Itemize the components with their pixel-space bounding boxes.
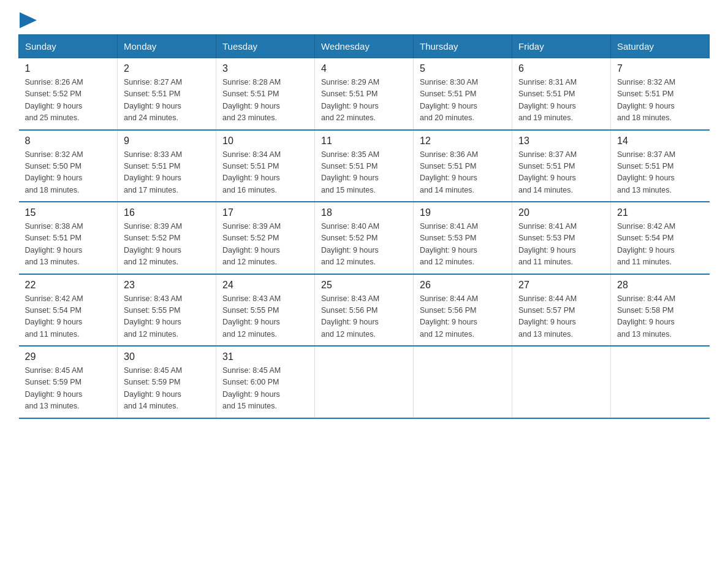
day-info: Sunrise: 8:45 AM Sunset: 5:59 PM Dayligh…: [124, 365, 210, 413]
header-sunday: Sunday: [19, 35, 118, 58]
logo: [18, 12, 37, 26]
day-number: 7: [617, 63, 703, 74]
logo-flag-icon: [20, 12, 37, 28]
day-number: 20: [518, 207, 604, 218]
calendar-cell: 21 Sunrise: 8:42 AM Sunset: 5:54 PM Dayl…: [611, 202, 710, 274]
day-number: 24: [222, 280, 308, 291]
day-number: 21: [617, 207, 703, 218]
day-number: 10: [222, 136, 308, 147]
calendar-cell: 1 Sunrise: 8:26 AM Sunset: 5:52 PM Dayli…: [19, 58, 118, 130]
calendar-cell: 16 Sunrise: 8:39 AM Sunset: 5:52 PM Dayl…: [118, 202, 216, 274]
day-number: 16: [124, 207, 210, 218]
day-info: Sunrise: 8:42 AM Sunset: 5:54 PM Dayligh…: [25, 293, 112, 341]
day-info: Sunrise: 8:44 AM Sunset: 5:57 PM Dayligh…: [518, 293, 604, 341]
day-info: Sunrise: 8:45 AM Sunset: 6:00 PM Dayligh…: [222, 365, 308, 413]
day-info: Sunrise: 8:45 AM Sunset: 5:59 PM Dayligh…: [25, 365, 112, 413]
calendar-week-row: 8 Sunrise: 8:32 AM Sunset: 5:50 PM Dayli…: [19, 130, 710, 202]
calendar-week-row: 15 Sunrise: 8:38 AM Sunset: 5:51 PM Dayl…: [19, 202, 710, 274]
day-number: 1: [25, 63, 112, 74]
day-number: 3: [222, 63, 308, 74]
day-info: Sunrise: 8:37 AM Sunset: 5:51 PM Dayligh…: [617, 149, 703, 197]
calendar-week-row: 22 Sunrise: 8:42 AM Sunset: 5:54 PM Dayl…: [19, 274, 710, 347]
calendar-cell: 13 Sunrise: 8:37 AM Sunset: 5:51 PM Dayl…: [512, 130, 611, 202]
day-info: Sunrise: 8:28 AM Sunset: 5:51 PM Dayligh…: [222, 77, 308, 124]
calendar-cell: 23 Sunrise: 8:43 AM Sunset: 5:55 PM Dayl…: [118, 274, 216, 347]
calendar-cell: 25 Sunrise: 8:43 AM Sunset: 5:56 PM Dayl…: [315, 274, 414, 347]
calendar-cell: 4 Sunrise: 8:29 AM Sunset: 5:51 PM Dayli…: [315, 58, 414, 130]
calendar-cell: 5 Sunrise: 8:30 AM Sunset: 5:51 PM Dayli…: [414, 58, 512, 130]
calendar-cell: 11 Sunrise: 8:35 AM Sunset: 5:51 PM Dayl…: [315, 130, 414, 202]
header-friday: Friday: [512, 35, 611, 58]
calendar-cell: 15 Sunrise: 8:38 AM Sunset: 5:51 PM Dayl…: [19, 202, 118, 274]
day-info: Sunrise: 8:36 AM Sunset: 5:51 PM Dayligh…: [420, 149, 506, 197]
day-info: Sunrise: 8:40 AM Sunset: 5:52 PM Dayligh…: [321, 221, 407, 269]
day-info: Sunrise: 8:31 AM Sunset: 5:51 PM Dayligh…: [518, 77, 604, 124]
day-number: 5: [420, 63, 506, 74]
day-number: 11: [321, 136, 407, 147]
calendar-cell: [414, 346, 512, 418]
day-info: Sunrise: 8:29 AM Sunset: 5:51 PM Dayligh…: [321, 77, 407, 124]
calendar-cell: 20 Sunrise: 8:41 AM Sunset: 5:53 PM Dayl…: [512, 202, 611, 274]
day-info: Sunrise: 8:33 AM Sunset: 5:51 PM Dayligh…: [124, 149, 210, 197]
calendar-week-row: 29 Sunrise: 8:45 AM Sunset: 5:59 PM Dayl…: [19, 346, 710, 418]
calendar-cell: 19 Sunrise: 8:41 AM Sunset: 5:53 PM Dayl…: [414, 202, 512, 274]
day-number: 2: [124, 63, 210, 74]
calendar-cell: 3 Sunrise: 8:28 AM Sunset: 5:51 PM Dayli…: [216, 58, 315, 130]
day-number: 9: [124, 136, 210, 147]
calendar-cell: 2 Sunrise: 8:27 AM Sunset: 5:51 PM Dayli…: [118, 58, 216, 130]
day-info: Sunrise: 8:39 AM Sunset: 5:52 PM Dayligh…: [124, 221, 210, 269]
header-tuesday: Tuesday: [216, 35, 315, 58]
day-number: 15: [25, 207, 112, 218]
day-number: 30: [124, 351, 210, 362]
day-info: Sunrise: 8:37 AM Sunset: 5:51 PM Dayligh…: [518, 149, 604, 197]
day-info: Sunrise: 8:43 AM Sunset: 5:56 PM Dayligh…: [321, 293, 407, 341]
day-number: 6: [518, 63, 604, 74]
day-info: Sunrise: 8:34 AM Sunset: 5:51 PM Dayligh…: [222, 149, 308, 197]
header-monday: Monday: [118, 35, 216, 58]
day-number: 18: [321, 207, 407, 218]
calendar-cell: [512, 346, 611, 418]
calendar-table: SundayMondayTuesdayWednesdayThursdayFrid…: [18, 34, 710, 419]
day-number: 19: [420, 207, 506, 218]
header-wednesday: Wednesday: [315, 35, 414, 58]
day-info: Sunrise: 8:35 AM Sunset: 5:51 PM Dayligh…: [321, 149, 407, 197]
day-info: Sunrise: 8:38 AM Sunset: 5:51 PM Dayligh…: [25, 221, 112, 269]
calendar-cell: 10 Sunrise: 8:34 AM Sunset: 5:51 PM Dayl…: [216, 130, 315, 202]
calendar-cell: 14 Sunrise: 8:37 AM Sunset: 5:51 PM Dayl…: [611, 130, 710, 202]
day-info: Sunrise: 8:39 AM Sunset: 5:52 PM Dayligh…: [222, 221, 308, 269]
calendar-cell: 6 Sunrise: 8:31 AM Sunset: 5:51 PM Dayli…: [512, 58, 611, 130]
day-number: 4: [321, 63, 407, 74]
day-info: Sunrise: 8:41 AM Sunset: 5:53 PM Dayligh…: [518, 221, 604, 269]
calendar-cell: 9 Sunrise: 8:33 AM Sunset: 5:51 PM Dayli…: [118, 130, 216, 202]
day-number: 23: [124, 280, 210, 291]
day-info: Sunrise: 8:43 AM Sunset: 5:55 PM Dayligh…: [222, 293, 308, 341]
day-number: 13: [518, 136, 604, 147]
day-info: Sunrise: 8:44 AM Sunset: 5:58 PM Dayligh…: [617, 293, 703, 341]
header-saturday: Saturday: [611, 35, 710, 58]
calendar-header: SundayMondayTuesdayWednesdayThursdayFrid…: [19, 35, 710, 58]
calendar-cell: 18 Sunrise: 8:40 AM Sunset: 5:52 PM Dayl…: [315, 202, 414, 274]
day-info: Sunrise: 8:44 AM Sunset: 5:56 PM Dayligh…: [420, 293, 506, 341]
day-number: 22: [25, 280, 112, 291]
day-info: Sunrise: 8:30 AM Sunset: 5:51 PM Dayligh…: [420, 77, 506, 124]
day-info: Sunrise: 8:42 AM Sunset: 5:54 PM Dayligh…: [617, 221, 703, 269]
calendar-cell: 31 Sunrise: 8:45 AM Sunset: 6:00 PM Dayl…: [216, 346, 315, 418]
day-number: 27: [518, 280, 604, 291]
calendar-cell: 29 Sunrise: 8:45 AM Sunset: 5:59 PM Dayl…: [19, 346, 118, 418]
day-number: 8: [25, 136, 112, 147]
calendar-cell: 17 Sunrise: 8:39 AM Sunset: 5:52 PM Dayl…: [216, 202, 315, 274]
day-info: Sunrise: 8:26 AM Sunset: 5:52 PM Dayligh…: [25, 77, 112, 124]
calendar-body: 1 Sunrise: 8:26 AM Sunset: 5:52 PM Dayli…: [19, 58, 710, 418]
calendar-cell: [315, 346, 414, 418]
day-number: 26: [420, 280, 506, 291]
day-info: Sunrise: 8:27 AM Sunset: 5:51 PM Dayligh…: [124, 77, 210, 124]
calendar-cell: 28 Sunrise: 8:44 AM Sunset: 5:58 PM Dayl…: [611, 274, 710, 347]
calendar-cell: [611, 346, 710, 418]
calendar-cell: 26 Sunrise: 8:44 AM Sunset: 5:56 PM Dayl…: [414, 274, 512, 347]
day-number: 12: [420, 136, 506, 147]
day-number: 17: [222, 207, 308, 218]
calendar-cell: 12 Sunrise: 8:36 AM Sunset: 5:51 PM Dayl…: [414, 130, 512, 202]
page-header: [18, 12, 710, 26]
day-number: 28: [617, 280, 703, 291]
calendar-cell: 22 Sunrise: 8:42 AM Sunset: 5:54 PM Dayl…: [19, 274, 118, 347]
